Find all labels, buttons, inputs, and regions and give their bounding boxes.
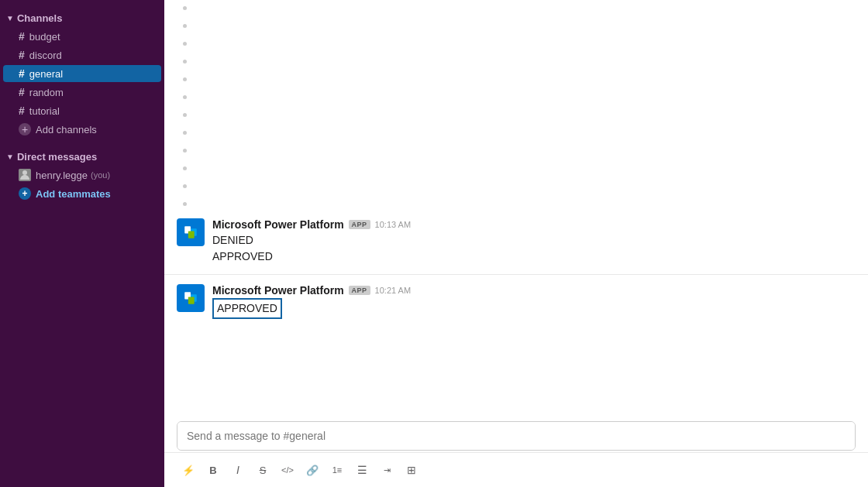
message-header: Microsoft Power Platform APP 10:13 AM <box>212 218 856 231</box>
dm-you-suffix: (you) <box>91 170 110 180</box>
svg-rect-9 <box>188 297 195 304</box>
dm-username: henry.legge <box>36 170 88 181</box>
cursor-area <box>164 325 868 341</box>
code-button[interactable]: </> <box>276 459 299 481</box>
svg-rect-5 <box>188 231 195 238</box>
app-badge: APP <box>349 286 370 295</box>
message-content: Microsoft Power Platform APP 10:21 AM AP… <box>212 284 856 319</box>
message-sender: Microsoft Power Platform <box>212 284 344 297</box>
message-item: Microsoft Power Platform APP 10:21 AM AP… <box>164 278 868 325</box>
avatar <box>177 218 205 246</box>
add-channels-button[interactable]: + Add channels <box>3 121 161 138</box>
dot <box>183 95 187 99</box>
channel-label: discord <box>29 50 155 61</box>
sidebar-item-general[interactable]: # general <box>3 65 161 82</box>
plus-icon: + <box>19 123 31 135</box>
message-text-approved-highlighted: APPROVED <box>212 298 856 319</box>
message-text-approved: APPROVED <box>212 249 856 265</box>
channel-label: budget <box>29 31 155 43</box>
sidebar-item-discord[interactable]: # discord <box>3 46 161 63</box>
add-channels-label: Add channels <box>36 124 97 135</box>
sidebar: ▼ Channels # budget # discord # general … <box>0 0 164 487</box>
dot <box>183 60 187 63</box>
bold-button[interactable]: B <box>202 459 225 481</box>
app-badge: APP <box>349 220 370 229</box>
main-content: Microsoft Power Platform APP 10:13 AM DE… <box>164 0 868 487</box>
dm-section-header[interactable]: ▼ Direct messages <box>0 139 164 166</box>
hash-icon: # <box>19 86 25 98</box>
message-sender: Microsoft Power Platform <box>212 218 344 231</box>
hash-icon: # <box>19 67 25 80</box>
dot <box>183 24 187 28</box>
hash-icon: # <box>19 49 25 61</box>
plus-circle-icon: + <box>19 187 31 200</box>
dot <box>183 202 187 206</box>
dot <box>183 77 187 81</box>
ordered-list-button[interactable]: 1≡ <box>326 459 349 481</box>
dot <box>183 131 187 135</box>
sidebar-item-random[interactable]: # random <box>3 84 161 101</box>
avatar <box>19 169 31 181</box>
svg-point-1 <box>22 170 27 175</box>
shortcuts-button[interactable]: ⚡ <box>177 459 200 481</box>
message-item: Microsoft Power Platform APP 10:13 AM DE… <box>164 212 868 271</box>
add-teammates-label: Add teammates <box>36 188 111 200</box>
indent-button[interactable]: ⇥ <box>375 459 398 481</box>
dot <box>183 42 187 46</box>
dot <box>183 184 187 188</box>
avatar <box>177 284 205 312</box>
hash-icon: # <box>19 105 25 117</box>
dm-item-henry[interactable]: henry.legge (you) <box>3 166 161 183</box>
channels-section-header[interactable]: ▼ Channels <box>0 0 164 27</box>
message-time: 10:13 AM <box>375 220 411 229</box>
dot <box>183 6 187 10</box>
message-content: Microsoft Power Platform APP 10:13 AM DE… <box>212 218 856 265</box>
dot <box>183 113 187 117</box>
link-button[interactable]: 🔗 <box>301 459 324 481</box>
channels-header-label: Channels <box>17 12 63 24</box>
add-teammates-button[interactable]: + Add teammates <box>3 185 161 202</box>
unordered-list-button[interactable]: ☰ <box>350 459 374 481</box>
message-input-area <box>177 421 856 451</box>
strikethrough-button[interactable]: S <box>251 459 274 481</box>
message-text-denied: DENIED <box>212 232 856 249</box>
message-time: 10:21 AM <box>375 286 411 295</box>
message-input[interactable] <box>177 422 855 450</box>
hash-icon: # <box>19 30 25 43</box>
messages-area: Microsoft Power Platform APP 10:13 AM DE… <box>164 0 868 417</box>
attachment-button[interactable]: ⊞ <box>400 459 423 481</box>
dot <box>183 149 187 153</box>
channels-chevron-icon: ▼ <box>6 14 14 22</box>
message-toolbar: ⚡ B I S </> 🔗 1≡ ☰ ⇥ ⊞ <box>164 452 868 487</box>
message-header: Microsoft Power Platform APP 10:21 AM <box>212 284 856 297</box>
approved-highlighted-text: APPROVED <box>212 298 282 319</box>
channel-label: general <box>29 68 155 80</box>
message-divider <box>164 274 868 275</box>
dm-header-label: Direct messages <box>17 151 97 163</box>
sidebar-item-tutorial[interactable]: # tutorial <box>3 102 161 119</box>
sidebar-item-budget[interactable]: # budget <box>3 28 161 45</box>
dm-chevron-icon: ▼ <box>6 153 14 161</box>
channel-label: tutorial <box>29 105 155 117</box>
dot <box>183 166 187 170</box>
channel-label: random <box>29 87 155 98</box>
scroll-dots <box>164 0 868 212</box>
italic-button[interactable]: I <box>226 459 250 481</box>
